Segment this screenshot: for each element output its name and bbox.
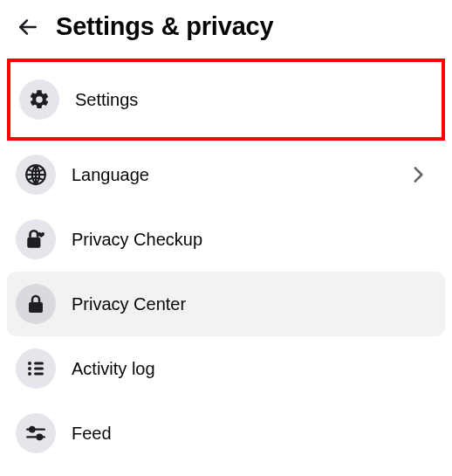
menu-item-label: Privacy Center <box>72 294 436 314</box>
svg-rect-5 <box>29 302 43 313</box>
arrow-left-icon <box>17 16 39 38</box>
svg-point-13 <box>30 427 34 431</box>
menu-item-label: Settings <box>75 90 433 110</box>
svg-rect-9 <box>34 362 44 365</box>
svg-point-15 <box>38 435 42 439</box>
menu-item-label: Activity log <box>72 359 436 379</box>
menu-item-label: Language <box>72 165 391 185</box>
list-icon <box>25 358 46 379</box>
icon-wrap <box>16 413 56 453</box>
menu-list: Settings Language Privacy <box>0 59 452 466</box>
menu-item-privacy-checkup[interactable]: Privacy Checkup <box>7 207 445 272</box>
icon-wrap <box>19 79 59 120</box>
svg-rect-10 <box>34 368 44 370</box>
icon-wrap <box>16 219 56 259</box>
lock-icon <box>25 293 46 314</box>
menu-item-language[interactable]: Language <box>7 142 445 207</box>
globe-icon <box>24 163 47 186</box>
icon-wrap <box>16 155 56 195</box>
menu-item-settings[interactable]: Settings <box>7 59 445 141</box>
menu-item-label: Feed <box>72 424 436 444</box>
menu-item-privacy-center[interactable]: Privacy Center <box>7 272 445 336</box>
svg-point-7 <box>28 367 31 370</box>
back-button[interactable] <box>16 15 40 39</box>
svg-point-8 <box>28 372 31 376</box>
menu-item-feed[interactable]: Feed <box>7 401 445 466</box>
sliders-icon <box>24 422 47 445</box>
menu-item-activity-log[interactable]: Activity log <box>7 336 445 401</box>
lock-heart-icon <box>24 228 47 251</box>
svg-rect-4 <box>27 238 40 248</box>
svg-rect-11 <box>34 373 44 376</box>
page-title: Settings & privacy <box>56 12 273 41</box>
icon-wrap <box>16 348 56 389</box>
header: Settings & privacy <box>0 0 452 57</box>
icon-wrap <box>16 284 56 324</box>
gear-icon <box>28 88 51 111</box>
menu-item-label: Privacy Checkup <box>72 230 436 250</box>
chevron-right-icon <box>407 163 429 186</box>
svg-point-6 <box>28 362 31 365</box>
